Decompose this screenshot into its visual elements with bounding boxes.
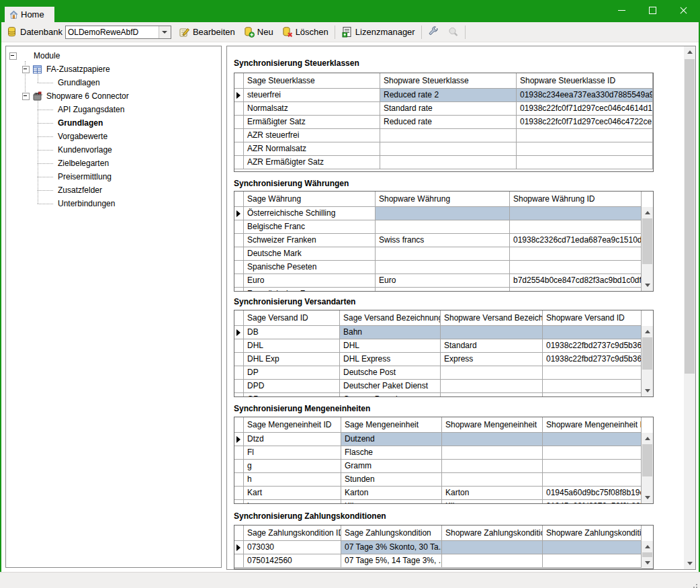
content-scrollbar[interactable] xyxy=(684,46,695,569)
tree-item-module[interactable]: Module xyxy=(9,49,61,62)
table-cell[interactable]: 01938c22fc0f71d297cec046c4614d19 xyxy=(517,102,653,116)
table-cell[interactable]: kg xyxy=(244,500,341,504)
table-cell[interactable]: Ermäßigter Satz xyxy=(244,116,380,129)
scroll-up-button[interactable] xyxy=(642,326,653,337)
column-header[interactable]: Sage Mengeneinheit ID xyxy=(244,417,341,433)
table-cell[interactable] xyxy=(543,366,642,380)
table-cell[interactable]: DHL xyxy=(244,339,340,353)
row-selector[interactable] xyxy=(234,116,244,129)
close-button[interactable] xyxy=(668,0,699,21)
bearbeiten-button[interactable]: Bearbeiten xyxy=(175,24,239,40)
tree-item-zusatzfelder[interactable]: Zusatzfelder xyxy=(56,183,103,197)
collapse-expander-icon[interactable] xyxy=(22,93,30,100)
table-cell[interactable]: 07 Tage 3% Skonto, 30 Ta... xyxy=(341,541,442,554)
table-cell[interactable]: Deutsche Post xyxy=(340,366,441,380)
lizenzmanager-button[interactable]: Lizenzmanager xyxy=(337,24,419,40)
scrollbar-thumb[interactable] xyxy=(642,444,652,476)
table-cell[interactable] xyxy=(510,288,642,292)
column-header[interactable]: Shopware Versand ID xyxy=(543,310,642,326)
table-cell[interactable] xyxy=(442,460,543,473)
table-cell[interactable] xyxy=(442,433,543,446)
column-header[interactable]: Shopware Zahlungskondition xyxy=(442,526,543,541)
table-cell[interactable]: Spanische Peseten xyxy=(244,261,376,274)
datenbank-value[interactable]: OLDemoReweAbfD xyxy=(66,28,159,37)
table-cell[interactable]: German Parcel xyxy=(340,393,441,397)
table-cell[interactable]: Deutscher Paket Dienst xyxy=(340,380,441,393)
table-cell[interactable] xyxy=(380,129,517,142)
tree-item-preisermittlung[interactable]: Preisermittlung xyxy=(56,170,113,183)
row-selector[interactable] xyxy=(234,247,244,261)
row-selector[interactable] xyxy=(234,288,244,292)
row-selector[interactable] xyxy=(234,156,244,169)
scrollbar-thumb[interactable] xyxy=(685,59,695,374)
row-selector[interactable] xyxy=(234,500,244,504)
table-cell[interactable] xyxy=(517,156,653,169)
table-cell[interactable]: Euro xyxy=(376,274,510,288)
scroll-down-button[interactable] xyxy=(642,492,653,503)
row-selector[interactable] xyxy=(234,234,244,247)
table-cell[interactable] xyxy=(376,207,510,220)
tree-item-api-zugangsdaten[interactable]: API Zugangsdaten xyxy=(56,103,126,116)
column-header[interactable]: Shopware Zahlungskonditio... xyxy=(543,526,642,541)
column-header[interactable]: Sage Mengeneinheit xyxy=(341,417,442,433)
scrollbar-thumb[interactable] xyxy=(642,337,652,370)
table-cell[interactable]: Österreichische Schilling xyxy=(244,207,376,220)
column-header[interactable]: Sage Währung xyxy=(244,192,376,207)
scroll-up-button[interactable] xyxy=(642,207,653,218)
tree-item-vorgabewerte[interactable]: Vorgabewerte xyxy=(56,130,109,143)
table-cell[interactable] xyxy=(442,446,543,460)
table-cell[interactable]: 01938c22fbd2737c9d5b365... xyxy=(543,353,642,366)
table-cell[interactable]: Stunden xyxy=(341,473,442,487)
table-cell[interactable]: Flasche xyxy=(341,446,442,460)
column-header[interactable]: Shopware Währung xyxy=(376,192,510,207)
table-scrollbar[interactable] xyxy=(642,207,653,291)
collapse-expander-icon[interactable] xyxy=(22,66,30,73)
table-cell[interactable]: Normalsatz xyxy=(244,102,380,116)
table-cell[interactable]: Kart xyxy=(244,487,341,500)
table-cell[interactable]: steuerfrei xyxy=(244,89,380,102)
table-cell[interactable] xyxy=(380,142,517,156)
table-cell[interactable]: h xyxy=(244,473,341,487)
tree-item-label[interactable]: Shopware 6 Connector xyxy=(45,91,130,101)
row-selector[interactable] xyxy=(234,380,244,393)
table-cell[interactable] xyxy=(441,380,543,393)
table-cell[interactable] xyxy=(510,247,642,261)
collapse-expander-icon[interactable] xyxy=(9,52,17,60)
tree-item-label[interactable]: Grundlagen xyxy=(56,118,104,128)
table-cell[interactable] xyxy=(441,393,543,397)
table-scrollbar[interactable] xyxy=(642,433,653,503)
table-cell[interactable] xyxy=(543,446,642,460)
row-selector[interactable] xyxy=(234,274,244,288)
table-cell[interactable]: Deutsche Mark xyxy=(244,247,376,261)
table-cell[interactable]: GP xyxy=(244,393,340,397)
table-scrollbar[interactable] xyxy=(642,326,653,396)
row-selector[interactable] xyxy=(234,353,244,366)
row-selector[interactable] xyxy=(234,393,244,397)
column-header[interactable]: Sage Versand Bezeichnung xyxy=(340,310,441,326)
row-selector[interactable] xyxy=(234,433,244,446)
row-selector[interactable] xyxy=(234,473,244,487)
table-cell[interactable]: Fl xyxy=(244,446,341,460)
table-cell[interactable]: AZR Ermäßigter Satz xyxy=(244,156,380,169)
table-cell[interactable]: Express xyxy=(441,353,543,366)
table-cell[interactable]: Karton xyxy=(341,487,442,500)
row-selector[interactable] xyxy=(234,142,244,156)
tree-item-label[interactable]: Kundenvorlage xyxy=(56,144,114,155)
tree-item-zielbelegarten[interactable]: Zielbelegarten xyxy=(56,157,110,170)
row-selector[interactable] xyxy=(234,207,244,220)
table-cell[interactable]: 07 Tage 5%, 14 Tage 3%, ... xyxy=(341,554,442,568)
minimize-button[interactable] xyxy=(606,0,637,21)
column-header[interactable]: Sage Zahlungskondition ID xyxy=(244,526,341,541)
table-cell[interactable] xyxy=(510,220,642,234)
table-cell[interactable]: DHL Exp xyxy=(244,353,340,366)
table-cell[interactable] xyxy=(376,261,510,274)
table-cell[interactable]: Kilogramm xyxy=(442,500,543,504)
scroll-up-button[interactable] xyxy=(642,433,653,444)
row-selector[interactable] xyxy=(234,89,244,102)
column-header[interactable]: Shopware Steuerklasse xyxy=(380,73,517,89)
column-header[interactable]: Shopware Versand Bezeich... xyxy=(441,310,543,326)
column-header[interactable]: Shopware Mengeneinheit ID xyxy=(543,417,642,433)
table-cell[interactable]: Euro xyxy=(244,274,376,288)
table-cell[interactable]: DP xyxy=(244,366,340,380)
row-selector[interactable] xyxy=(234,102,244,116)
